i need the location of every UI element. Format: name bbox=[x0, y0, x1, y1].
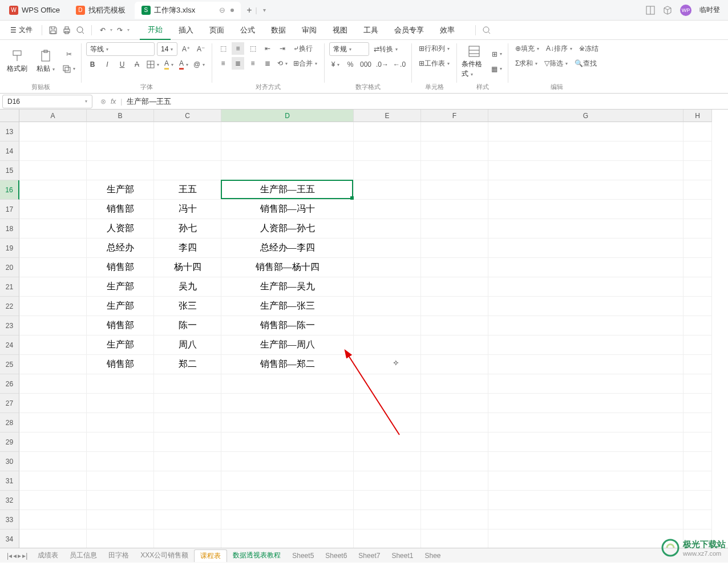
row-header[interactable]: 32 bbox=[0, 491, 19, 510]
cell[interactable] bbox=[154, 452, 221, 471]
conditional-format-button[interactable]: 条件格式 bbox=[462, 43, 487, 80]
cell[interactable] bbox=[19, 200, 87, 219]
row-header[interactable]: 26 bbox=[0, 374, 19, 394]
row-header[interactable]: 16 bbox=[0, 180, 19, 200]
increase-decimal-icon[interactable]: .0→ bbox=[375, 58, 390, 71]
row-header[interactable]: 24 bbox=[0, 335, 19, 355]
cell[interactable] bbox=[683, 374, 712, 394]
print-icon[interactable] bbox=[60, 24, 73, 37]
menu-tab-公式[interactable]: 公式 bbox=[232, 21, 263, 40]
worksheet-button[interactable]: ⊞ 工作表 bbox=[416, 57, 452, 70]
cell[interactable] bbox=[19, 316, 87, 335]
font-size-select[interactable]: 14 bbox=[157, 42, 177, 56]
cell[interactable] bbox=[354, 200, 421, 219]
column-header[interactable]: H bbox=[683, 110, 712, 122]
column-header[interactable]: D bbox=[221, 110, 354, 122]
cell[interactable] bbox=[488, 471, 683, 491]
cell[interactable] bbox=[87, 471, 154, 491]
italic-button[interactable]: I bbox=[101, 58, 114, 71]
cell[interactable] bbox=[221, 491, 354, 510]
menu-tab-工具[interactable]: 工具 bbox=[355, 21, 386, 40]
sheet-prev-icon[interactable]: ◂ bbox=[13, 552, 17, 560]
cell[interactable] bbox=[683, 452, 712, 471]
cell[interactable] bbox=[87, 161, 154, 180]
font-name-select[interactable]: 等线 bbox=[86, 42, 155, 56]
cell[interactable]: 生产部—王五 bbox=[221, 180, 354, 200]
column-header[interactable]: G bbox=[488, 110, 683, 122]
cell[interactable]: 销售部—陈一 bbox=[221, 316, 354, 335]
cell[interactable] bbox=[19, 413, 87, 432]
cell[interactable] bbox=[683, 142, 712, 161]
cell[interactable] bbox=[154, 161, 221, 180]
cell[interactable] bbox=[488, 452, 683, 471]
cell[interactable] bbox=[683, 161, 712, 180]
cell[interactable] bbox=[19, 258, 87, 277]
cell[interactable] bbox=[488, 510, 683, 529]
cell[interactable] bbox=[421, 316, 488, 335]
cell[interactable]: 人资部—孙七 bbox=[221, 219, 354, 239]
cell[interactable] bbox=[683, 510, 712, 529]
app-tab-wps[interactable]: W WPS Office bbox=[2, 2, 67, 19]
tab-list-dropdown[interactable]: ▾ bbox=[263, 7, 266, 13]
align-bottom-icon[interactable]: ⬚ bbox=[246, 42, 259, 55]
cell[interactable]: 王五 bbox=[154, 180, 221, 200]
spreadsheet-grid[interactable]: ABCDEFGH 1314151617181920212223242526272… bbox=[0, 110, 728, 548]
cancel-formula-icon[interactable]: ⊗ bbox=[100, 98, 106, 106]
cell[interactable] bbox=[19, 142, 87, 161]
row-col-button[interactable]: ⊞ 行和列 bbox=[416, 42, 452, 55]
cell[interactable] bbox=[683, 355, 712, 374]
cell[interactable]: 销售部—冯十 bbox=[221, 200, 354, 219]
cell[interactable] bbox=[154, 432, 221, 452]
cell[interactable] bbox=[354, 394, 421, 413]
align-center-icon[interactable]: ≣ bbox=[232, 57, 244, 70]
cell[interactable] bbox=[488, 432, 683, 452]
column-header[interactable]: A bbox=[19, 110, 87, 122]
column-header[interactable]: E bbox=[354, 110, 421, 122]
cell[interactable]: 销售部—杨十四 bbox=[221, 258, 354, 277]
cell[interactable]: 孙七 bbox=[154, 219, 221, 239]
fill-button[interactable]: ⊕ 填充 bbox=[513, 42, 541, 55]
cell[interactable] bbox=[683, 200, 712, 219]
align-right-icon[interactable]: ≡ bbox=[246, 57, 259, 70]
cell[interactable] bbox=[221, 471, 354, 491]
wrap-text-button[interactable]: ⤶ 换行 bbox=[291, 42, 315, 55]
cell[interactable] bbox=[19, 529, 87, 548]
cell[interactable] bbox=[87, 394, 154, 413]
cell[interactable] bbox=[221, 452, 354, 471]
menu-tab-数据[interactable]: 数据 bbox=[263, 21, 294, 40]
row-header[interactable]: 14 bbox=[0, 142, 19, 161]
row-header[interactable]: 33 bbox=[0, 510, 19, 529]
select-all-corner[interactable] bbox=[0, 110, 19, 122]
cell[interactable] bbox=[683, 394, 712, 413]
cell[interactable]: 总经办 bbox=[87, 239, 154, 258]
cell[interactable] bbox=[421, 491, 488, 510]
merge-button[interactable]: ⊞ 合并 bbox=[291, 57, 319, 70]
border-button[interactable] bbox=[145, 58, 160, 71]
cell[interactable] bbox=[488, 297, 683, 316]
cell[interactable] bbox=[221, 142, 354, 161]
cell[interactable] bbox=[421, 374, 488, 394]
cell[interactable] bbox=[421, 258, 488, 277]
phonetic-button[interactable]: @ bbox=[192, 58, 206, 71]
row-header[interactable]: 15 bbox=[0, 161, 19, 180]
cell[interactable] bbox=[221, 413, 354, 432]
cell[interactable] bbox=[683, 316, 712, 335]
cell[interactable]: 生产部 bbox=[87, 297, 154, 316]
menu-tab-开始[interactable]: 开始 bbox=[140, 21, 171, 40]
cell[interactable] bbox=[421, 355, 488, 374]
cell[interactable] bbox=[354, 180, 421, 200]
cell[interactable] bbox=[19, 277, 87, 297]
cell[interactable] bbox=[19, 161, 87, 180]
cell[interactable] bbox=[421, 335, 488, 355]
cell[interactable] bbox=[488, 316, 683, 335]
cell[interactable] bbox=[354, 142, 421, 161]
cell[interactable] bbox=[354, 316, 421, 335]
cell[interactable] bbox=[488, 180, 683, 200]
fx-icon[interactable]: fx bbox=[111, 98, 116, 106]
menu-tab-插入[interactable]: 插入 bbox=[171, 21, 201, 40]
cell[interactable] bbox=[488, 355, 683, 374]
cell[interactable] bbox=[19, 355, 87, 374]
cell[interactable] bbox=[19, 219, 87, 239]
sheet-tab[interactable]: 员工信息 bbox=[64, 549, 103, 562]
cell[interactable] bbox=[154, 413, 221, 432]
